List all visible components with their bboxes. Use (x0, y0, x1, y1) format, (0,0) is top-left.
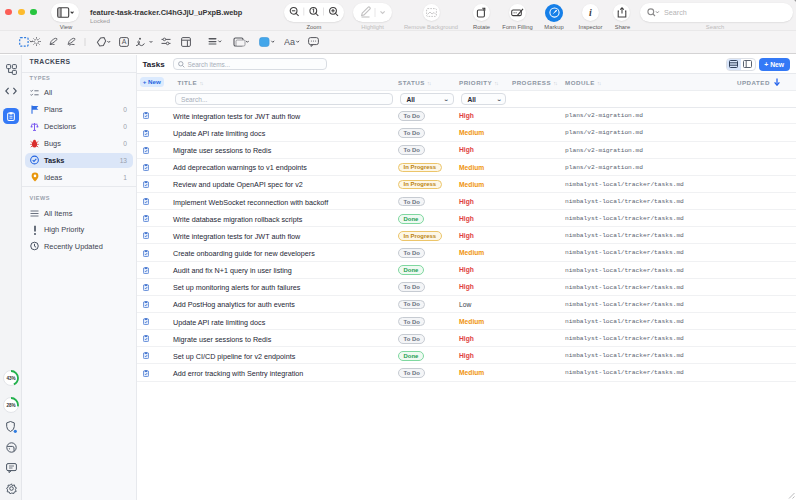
svg-text:Aa: Aa (284, 37, 295, 47)
svg-text:28%: 28% (6, 403, 15, 408)
svg-text:43%: 43% (6, 376, 15, 381)
svg-text:i: i (589, 7, 592, 18)
svg-text:A: A (122, 38, 127, 45)
